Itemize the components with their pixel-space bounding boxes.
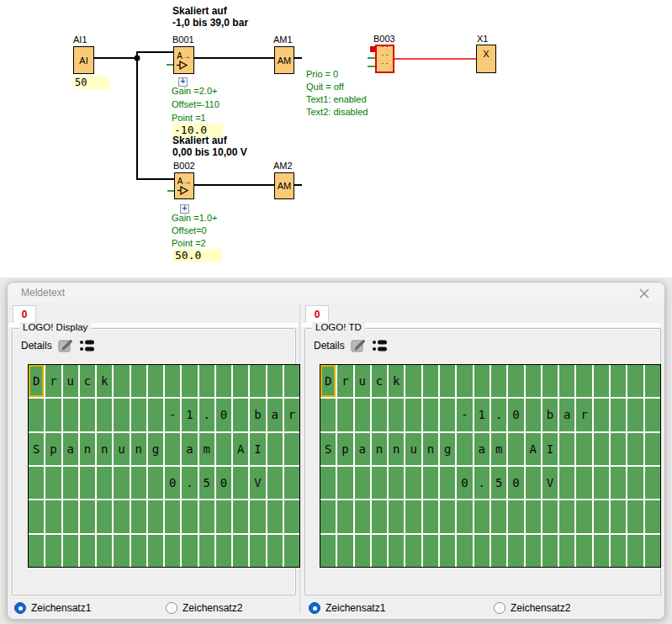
tab-message-0-td[interactable]: 0 <box>305 305 329 323</box>
lcd-cell[interactable] <box>165 535 180 567</box>
lcd-cell[interactable]: V <box>542 467 558 499</box>
lcd-cell[interactable] <box>457 500 472 532</box>
lcd-cell[interactable]: n <box>97 433 112 465</box>
lcd-cell[interactable]: V <box>250 467 265 499</box>
lcd-cell[interactable] <box>542 500 558 532</box>
lcd-cell[interactable] <box>474 535 489 567</box>
lcd-cell[interactable] <box>491 365 506 397</box>
lcd-cell[interactable] <box>320 500 336 532</box>
lcd-cell[interactable] <box>576 365 591 397</box>
lcd-cell[interactable] <box>97 399 112 431</box>
tab-message-0-display[interactable]: 0 <box>13 305 36 323</box>
lcd-cell[interactable] <box>508 433 523 465</box>
block-am1[interactable]: AM <box>274 46 294 74</box>
radio-circle[interactable] <box>166 602 177 614</box>
lcd-cell[interactable] <box>337 467 352 499</box>
radio-zeichensatz2-display[interactable]: Zeichensatz2 <box>166 602 242 614</box>
lcd-cell[interactable] <box>216 365 231 397</box>
lcd-cell[interactable] <box>611 365 626 397</box>
lcd-cell[interactable] <box>45 467 61 499</box>
lcd-cell[interactable] <box>405 365 421 397</box>
lcd-cell[interactable]: r <box>576 399 591 431</box>
lcd-cell[interactable] <box>80 399 95 431</box>
lcd-cell[interactable] <box>284 467 299 499</box>
lcd-cell[interactable] <box>611 433 626 465</box>
lcd-cell[interactable] <box>594 433 609 465</box>
lcd-cell[interactable]: . <box>491 399 506 431</box>
lcd-cell[interactable]: 0 <box>216 399 231 431</box>
radio-circle[interactable] <box>309 602 320 614</box>
lcd-cell[interactable]: I <box>542 433 558 465</box>
lcd-cell[interactable] <box>250 365 265 397</box>
lcd-cell[interactable] <box>337 535 352 567</box>
lcd-cell[interactable] <box>182 535 197 567</box>
lcd-cell[interactable] <box>320 399 336 431</box>
lcd-cell[interactable] <box>576 467 591 499</box>
lcd-cell[interactable] <box>645 467 660 499</box>
lcd-cell[interactable] <box>474 365 489 397</box>
block-b002[interactable]: A→ <box>174 172 194 199</box>
lcd-cell[interactable]: D <box>29 365 44 397</box>
lcd-cell[interactable] <box>199 500 214 532</box>
lcd-cell[interactable]: 1 <box>474 399 489 431</box>
lcd-cell[interactable] <box>97 467 112 499</box>
footprints-icon[interactable] <box>372 338 388 353</box>
lcd-cell[interactable] <box>182 365 197 397</box>
lcd-cell[interactable]: n <box>372 433 387 465</box>
lcd-cell[interactable] <box>372 500 387 532</box>
lcd-cell[interactable] <box>250 535 265 567</box>
close-icon[interactable] <box>638 287 651 300</box>
lcd-cell[interactable]: g <box>148 433 163 465</box>
lcd-cell[interactable] <box>97 535 112 567</box>
lcd-cell[interactable] <box>440 500 455 532</box>
lcd-cell[interactable]: 5 <box>491 467 506 499</box>
lcd-cell[interactable] <box>526 467 541 499</box>
lcd-cell[interactable] <box>491 535 506 567</box>
lcd-cell[interactable] <box>165 433 180 465</box>
lcd-cell[interactable] <box>627 535 643 567</box>
lcd-cell[interactable] <box>645 433 660 465</box>
lcd-cell[interactable] <box>576 433 591 465</box>
lcd-cell[interactable] <box>611 535 626 567</box>
lcd-cell[interactable] <box>29 500 44 532</box>
lcd-cell[interactable]: . <box>182 467 197 499</box>
lcd-cell[interactable] <box>80 467 95 499</box>
lcd-cell[interactable] <box>182 500 197 532</box>
lcd-cell[interactable] <box>284 500 299 532</box>
lcd-cell[interactable]: u <box>114 433 129 465</box>
lcd-cell[interactable] <box>199 365 214 397</box>
lcd-cell[interactable]: 0 <box>216 467 231 499</box>
lcd-cell[interactable]: S <box>320 433 336 465</box>
lcd-cell[interactable] <box>508 365 523 397</box>
block-b001[interactable]: A→ <box>173 46 194 74</box>
lcd-cell[interactable] <box>474 500 489 532</box>
lcd-cell[interactable] <box>526 500 541 532</box>
lcd-cell[interactable] <box>216 535 231 567</box>
lcd-cell[interactable] <box>645 500 660 532</box>
lcd-cell[interactable] <box>627 399 643 431</box>
edit-icon[interactable] <box>58 338 73 353</box>
lcd-cell[interactable]: b <box>542 399 558 431</box>
lcd-cell[interactable]: - <box>165 399 180 431</box>
lcd-cell[interactable] <box>114 535 129 567</box>
lcd-cell[interactable]: r <box>45 365 61 397</box>
lcd-cell[interactable] <box>542 535 558 567</box>
lcd-cell[interactable] <box>372 467 387 499</box>
lcd-cell[interactable] <box>267 433 283 465</box>
lcd-cell[interactable]: u <box>63 365 78 397</box>
lcd-cell[interactable] <box>284 365 299 397</box>
lcd-cell[interactable] <box>165 500 180 532</box>
lcd-cell[interactable] <box>114 399 129 431</box>
lcd-cell[interactable] <box>148 535 163 567</box>
lcd-cell[interactable] <box>508 535 523 567</box>
radio-circle[interactable] <box>14 602 26 614</box>
lcd-cell[interactable]: a <box>63 433 78 465</box>
lcd-cell[interactable] <box>457 535 472 567</box>
lcd-cell[interactable] <box>559 433 574 465</box>
lcd-cell[interactable] <box>233 500 248 532</box>
lcd-cell[interactable] <box>645 535 660 567</box>
lcd-cell[interactable] <box>594 399 609 431</box>
lcd-cell[interactable]: A <box>526 433 541 465</box>
lcd-cell[interactable] <box>576 500 591 532</box>
lcd-cell[interactable] <box>233 365 248 397</box>
